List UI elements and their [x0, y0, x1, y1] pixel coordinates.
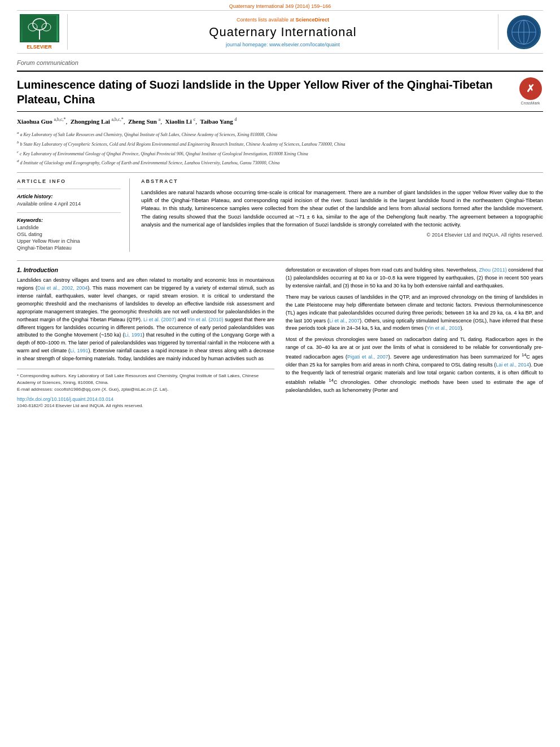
intro-heading: 1. Introduction	[17, 267, 274, 273]
abstract-column: ABSTRACT Landslides are natural hazards …	[141, 178, 543, 252]
author-3: Zheng Sun	[128, 118, 157, 125]
affil-2: b b State Key Laboratory of Cryospheric …	[17, 139, 543, 148]
sciencedirect-info: Contents lists available at ScienceDirec…	[237, 17, 329, 23]
crossmark-label: CrossMark	[521, 101, 540, 105]
abstract-label: ABSTRACT	[141, 178, 543, 184]
sciencedirect-link-text[interactable]: ScienceDirect	[296, 17, 330, 23]
page: Quaternary International 349 (2014) 159–…	[0, 0, 560, 747]
journal-title: Quaternary International	[209, 25, 356, 40]
issn-line: 1040-6182/© 2014 Elsevier Ltd and INQUA.…	[17, 403, 274, 408]
article-type-label: Forum communication	[17, 59, 543, 66]
divider-1	[17, 189, 121, 189]
body-left-column: 1. Introduction Landslides can destroy v…	[17, 267, 274, 408]
cite-10: Lai et al., 2014	[496, 362, 529, 368]
article-title: Luminescence dating of Suozi landslide i…	[17, 77, 509, 107]
affil-4: d d Institute of Glaciology and Ecogeogr…	[17, 158, 543, 167]
cite-7: Li et al., 2007	[329, 318, 360, 324]
abstract-text: Landslides are natural hazards whose occ…	[141, 189, 543, 229]
journal-logo-right	[498, 14, 543, 50]
history-content: Available online 4 April 2014	[17, 201, 121, 207]
keyword-3: Upper Yellow River in China	[17, 238, 121, 244]
elsevier-wordmark: ELSEVIER	[27, 44, 52, 50]
author-5: Taibao Yang	[200, 118, 233, 125]
crossmark-icon: ✗	[519, 77, 542, 100]
right-para-1: deforestation or excavation of slopes fr…	[286, 267, 543, 290]
journal-emblem	[507, 15, 541, 49]
divider-2	[17, 212, 121, 213]
elsevier-logo-area: ELSEVIER	[17, 14, 68, 50]
crossmark-badge: ✗ CrossMark	[518, 77, 543, 105]
keyword-1: Landslide	[17, 225, 121, 230]
journal-header: ELSEVIER Contents lists available at Sci…	[17, 10, 543, 54]
right-para-3: Most of the previous chronologies were b…	[286, 336, 543, 395]
cite-3: Yin et al. (2010)	[187, 317, 224, 322]
cite-1: Dai et al., 2002, 2004	[37, 285, 88, 291]
author-1-sup: a,b,c,*	[54, 117, 65, 122]
journal-center-header: Contents lists available at ScienceDirec…	[73, 14, 492, 50]
affil-1: a a Key Laboratory of Salt Lake Resource…	[17, 130, 543, 138]
cite-8: Yin et al., 2010	[427, 325, 461, 331]
article-info-abstract-area: ARTICLE INFO Article history: Available …	[17, 172, 543, 252]
keyword-4: Qinghai-Tibetan Plateau	[17, 245, 121, 251]
footnote-corresponding: * Corresponding authors. Key Laboratory …	[17, 373, 274, 386]
article-title-area: Luminescence dating of Suozi landslide i…	[17, 71, 543, 112]
body-content: 1. Introduction Landslides can destroy v…	[17, 260, 543, 408]
cite-2: Li et al. (2007)	[143, 317, 176, 322]
right-para-2: There may be various causes of landslide…	[286, 294, 543, 333]
author-3-sup: a	[159, 117, 161, 122]
cite-5: Li, 1991	[70, 348, 88, 353]
doi-link[interactable]: http://dx.doi.org/10.1016/j.quaint.2014.…	[17, 396, 274, 402]
article-info-label: ARTICLE INFO	[17, 178, 121, 184]
body-right-column: deforestation or excavation of slopes fr…	[286, 267, 543, 408]
author-2-sup: a,b,c,*	[112, 117, 124, 122]
cite-9: Pigati et al., 2007	[347, 354, 388, 360]
author-2: Zhongping Lai	[71, 118, 110, 125]
history-title: Article history:	[17, 194, 121, 199]
cite-6: Zhou (2011)	[479, 267, 507, 273]
journal-homepage: journal homepage: www.elsevier.com/locat…	[226, 42, 340, 47]
affiliations: a a Key Laboratory of Salt Lake Resource…	[17, 130, 543, 167]
cite-4: Li, 1991	[124, 332, 142, 338]
intro-para-1: Landslides can destroy villages and town…	[17, 277, 274, 363]
footnote-email: E-mail addresses: cocofish1986@qq.com (X…	[17, 386, 274, 393]
affil-3: c c Key Laboratory of Environmental Geol…	[17, 149, 543, 158]
keyword-2: OSL dating	[17, 231, 121, 237]
journal-volume-info: Quaternary International 349 (2014) 159–…	[229, 3, 331, 9]
doi-issn-area: http://dx.doi.org/10.1016/j.quaint.2014.…	[17, 396, 274, 408]
author-1: Xiaohua Guo	[17, 118, 53, 125]
footnote-area: * Corresponding authors. Key Laboratory …	[17, 369, 274, 393]
authors-line: Xiaohua Guo a,b,c,*, Zhongping Lai a,b,c…	[17, 116, 543, 126]
author-4-sup: c	[194, 117, 196, 122]
abstract-copyright: © 2014 Elsevier Ltd and INQUA. All right…	[141, 232, 543, 238]
article-content: Forum communication Luminescence dating …	[17, 54, 543, 414]
article-info-column: ARTICLE INFO Article history: Available …	[17, 178, 130, 252]
journal-info-bar: Quaternary International 349 (2014) 159–…	[0, 0, 560, 10]
author-4: Xiaolin Li	[165, 118, 192, 125]
author-5-sup: d	[234, 117, 237, 122]
elsevier-tree-logo	[20, 14, 59, 42]
keywords-title: Keywords:	[17, 217, 121, 223]
